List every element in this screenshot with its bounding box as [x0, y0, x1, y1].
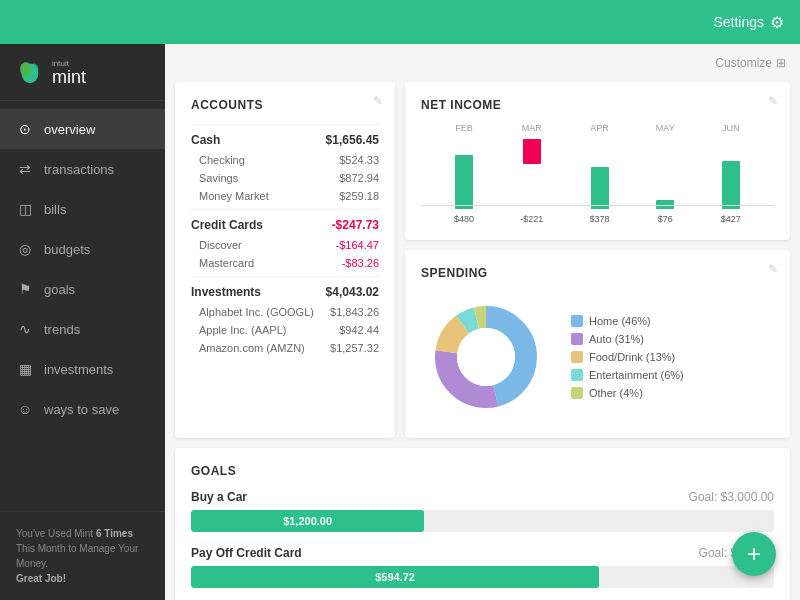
transactions-icon: ⇄ — [16, 160, 34, 178]
bottom-text: You've Used Mint 6 Times This Month to M… — [16, 528, 138, 584]
accounts-edit-icon[interactable]: ✎ — [373, 94, 383, 108]
sidebar-item-label: overview — [44, 122, 95, 137]
apr-bar — [591, 167, 609, 209]
googl-row: Alphabet Inc. (GOOGL) $1,843.26 — [191, 303, 379, 321]
sidebar-item-label: investments — [44, 362, 113, 377]
goals-card: GOALS Buy a Car Goal: $3,000.00 $1,200.0… — [175, 448, 790, 600]
sidebar-item-transactions[interactable]: ⇄ transactions — [0, 149, 165, 189]
sidebar-item-goals[interactable]: ⚑ goals — [0, 269, 165, 309]
discover-row: Discover -$164.47 — [191, 236, 379, 254]
trends-icon: ∿ — [16, 320, 34, 338]
legend-entertainment: Entertainment (6%) — [571, 369, 684, 381]
add-icon: + — [747, 540, 761, 568]
googl-label: Alphabet Inc. (GOOGL) — [199, 306, 314, 318]
logo-area: intuit mint — [0, 44, 165, 101]
googl-amount: $1,843.26 — [330, 306, 379, 318]
creditcards-label: Credit Cards — [191, 218, 263, 232]
netincome-edit-icon[interactable]: ✎ — [768, 94, 778, 108]
customize-label: Customize — [715, 56, 772, 70]
aapl-label: Apple Inc. (AAPL) — [199, 324, 286, 336]
sidebar-item-overview[interactable]: ⊙ overview — [0, 109, 165, 149]
mar-label: MAR — [522, 123, 542, 133]
chart-col-jun: JUN $427 — [721, 123, 741, 224]
customize-bar: Customize ⊞ — [175, 54, 790, 72]
may-bar-wrap — [656, 139, 674, 209]
amzn-amount: $1,257.32 — [330, 342, 379, 354]
sidebar-item-label: ways to save — [44, 402, 119, 417]
savings-row: Savings $872.94 — [191, 169, 379, 187]
overview-icon: ⊙ — [16, 120, 34, 138]
logo-text: intuit mint — [52, 59, 86, 86]
accounts-title: ACCOUNTS — [191, 98, 379, 112]
sidebar-item-label: trends — [44, 322, 80, 337]
svg-point-8 — [457, 328, 515, 386]
sidebar-item-ways-to-save[interactable]: ☺ ways to save — [0, 389, 165, 429]
main-layout: intuit mint ⊙ overview ⇄ transactions ◫ … — [0, 44, 800, 600]
mar-bar-wrap — [523, 139, 541, 209]
mar-amount: -$221 — [520, 214, 543, 224]
goal-buycar-bar-fill: $1,200.00 — [191, 510, 424, 532]
spending-card: SPENDING ✎ — [405, 250, 790, 438]
sidebar-item-label: transactions — [44, 162, 114, 177]
svg-point-2 — [30, 64, 38, 75]
cash-total: $1,656.45 — [326, 133, 379, 147]
goals-title: GOALS — [191, 464, 774, 478]
checking-label: Checking — [199, 154, 245, 166]
spending-title: SPENDING — [421, 266, 774, 280]
checking-amount: $524.33 — [339, 154, 379, 166]
net-income-chart: FEB $480 MAR -$221 — [421, 124, 774, 224]
settings-label: Settings — [713, 14, 764, 30]
goal-creditcard-header: Pay Off Credit Card Goal: $842.45 — [191, 546, 774, 560]
sidebar-item-budgets[interactable]: ◎ budgets — [0, 229, 165, 269]
customize-button[interactable]: Customize ⊞ — [715, 56, 786, 70]
spending-donut — [421, 292, 551, 422]
goal-buycar-header: Buy a Car Goal: $3,000.00 — [191, 490, 774, 504]
aapl-row: Apple Inc. (AAPL) $942.44 — [191, 321, 379, 339]
goal-creditcard-amount: $594.72 — [375, 571, 415, 583]
legend-home: Home (46%) — [571, 315, 684, 327]
goal-item-creditcard: Pay Off Credit Card Goal: $842.45 $594.7… — [191, 546, 774, 588]
donut-svg — [421, 292, 551, 422]
settings-button[interactable]: Settings ⚙ — [713, 13, 784, 32]
chart-col-may: MAY $76 — [656, 123, 675, 224]
legend-other: Other (4%) — [571, 387, 684, 399]
goal-creditcard-name: Pay Off Credit Card — [191, 546, 302, 560]
sidebar-item-trends[interactable]: ∿ trends — [0, 309, 165, 349]
goal-buycar-target: Goal: $3,000.00 — [689, 490, 774, 504]
feb-amount: $480 — [454, 214, 474, 224]
mastercard-amount: -$83.26 — [342, 257, 379, 269]
amzn-row: Amazon.com (AMZN) $1,257.32 — [191, 339, 379, 357]
goals-icon: ⚑ — [16, 280, 34, 298]
chart-col-mar: MAR -$221 — [520, 123, 543, 224]
spending-legend: Home (46%) Auto (31%) Food/Drink (13%) — [561, 292, 684, 422]
creditcards-group-header: Credit Cards -$247.73 — [191, 209, 379, 236]
chart-baseline — [421, 205, 774, 206]
spending-content: Home (46%) Auto (31%) Food/Drink (13%) — [421, 292, 774, 422]
discover-label: Discover — [199, 239, 242, 251]
may-amount: $76 — [658, 214, 673, 224]
home-color — [571, 315, 583, 327]
moneymarket-row: Money Market $259.18 — [191, 187, 379, 205]
investments-total: $4,043.02 — [326, 285, 379, 299]
sidebar: intuit mint ⊙ overview ⇄ transactions ◫ … — [0, 44, 165, 600]
auto-color — [571, 333, 583, 345]
goal-buycar-amount: $1,200.00 — [283, 515, 332, 527]
other-color — [571, 387, 583, 399]
chart-col-apr: APR $378 — [590, 123, 610, 224]
mastercard-label: Mastercard — [199, 257, 254, 269]
creditcards-total: -$247.73 — [332, 218, 379, 232]
accounts-card: ACCOUNTS ✎ Cash $1,656.45 Checking $524.… — [175, 82, 395, 438]
logo-leaf-icon — [16, 58, 44, 86]
goal-buycar-name: Buy a Car — [191, 490, 247, 504]
add-fab-button[interactable]: + — [732, 532, 776, 576]
feb-bar-wrap — [455, 139, 473, 209]
mar-bar — [523, 139, 541, 164]
goal-creditcard-bar-bg: $594.72 — [191, 566, 774, 588]
top-row: ACCOUNTS ✎ Cash $1,656.45 Checking $524.… — [175, 82, 790, 438]
apr-amount: $378 — [590, 214, 610, 224]
sidebar-item-bills[interactable]: ◫ bills — [0, 189, 165, 229]
goal-creditcard-bar-fill: $594.72 — [191, 566, 599, 588]
spending-edit-icon[interactable]: ✎ — [768, 262, 778, 276]
savings-label: Savings — [199, 172, 238, 184]
sidebar-item-investments[interactable]: ▦ investments — [0, 349, 165, 389]
